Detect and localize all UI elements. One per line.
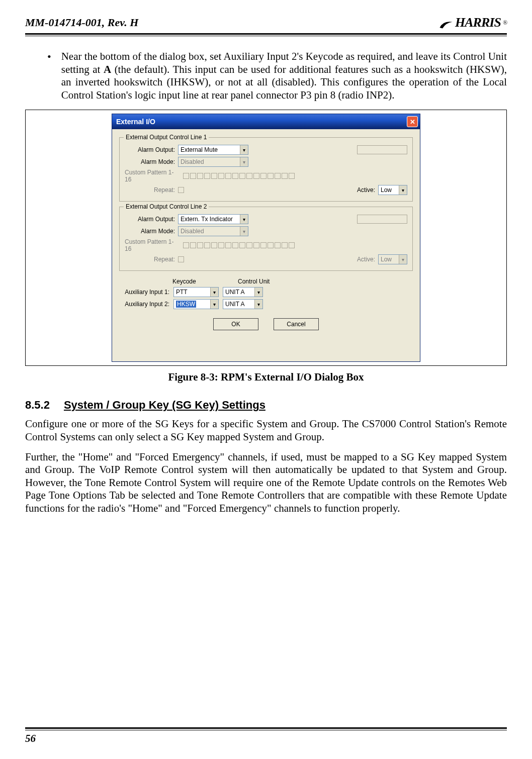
cancel-button[interactable]: Cancel: [274, 318, 319, 330]
header-rule-thick: [25, 33, 507, 35]
chevron-down-icon: [254, 300, 262, 309]
group2-legend: External Output Control Line 2: [124, 203, 209, 210]
group-line1: External Output Control Line 1 Alarm Out…: [119, 137, 413, 202]
g1-pattern-label: Custom Pattern 1-16: [125, 169, 180, 183]
aux-header-keycode: Keycode: [172, 278, 213, 285]
aux1-unit-combo[interactable]: UNIT A: [223, 287, 263, 297]
g1-repeat-check: [178, 187, 184, 193]
bullet-paragraph: • Near the bottom of the dialog box, set…: [47, 50, 507, 102]
dialog-body: External Output Control Line 1 Alarm Out…: [112, 129, 420, 361]
group-line2: External Output Control Line 2 Alarm Out…: [119, 207, 413, 271]
g1-alarm-mode-label: Alarm Mode:: [125, 158, 175, 165]
g2-repeat-check: [178, 256, 184, 262]
chevron-down-icon: [240, 215, 248, 224]
g2-active-label: Active:: [357, 256, 375, 263]
bullet-icon: •: [47, 50, 51, 102]
g1-pattern-checks: [183, 173, 295, 179]
page-number: 56: [25, 732, 507, 745]
g2-active-combo: Low: [378, 254, 407, 264]
g2-pattern-label: Custom Pattern 1-16: [125, 238, 180, 252]
g2-alarm-output-value: Extern. Tx Indicator: [181, 216, 233, 223]
bullet-text-2: (the default). This input can be used fo…: [61, 63, 507, 101]
paragraph-2: Further, the "Home" and "Forced Emergenc…: [25, 451, 507, 515]
g1-active-value: Low: [381, 186, 392, 194]
document-id: MM-014714-001, Rev. H: [25, 16, 138, 29]
chevron-down-icon: [399, 255, 407, 264]
g2-active-value: Low: [381, 256, 392, 263]
section-number: 8.5.2: [25, 399, 50, 412]
g1-extra-input: [357, 145, 407, 154]
figure-caption: Figure 8-3: RPM's External I/O Dialog Bo…: [25, 371, 507, 384]
group1-legend: External Output Control Line 1: [124, 134, 209, 141]
g1-alarm-mode-value: Disabled: [181, 158, 204, 165]
header-rule-thin: [25, 36, 507, 36]
g2-pattern-checks: [183, 242, 295, 248]
chevron-down-icon: [240, 145, 248, 154]
g2-alarm-mode-value: Disabled: [181, 228, 204, 235]
chevron-down-icon: [210, 288, 218, 297]
dialog-titlebar[interactable]: External I/O ✕: [112, 114, 420, 129]
g2-alarm-output-label: Alarm Output:: [125, 216, 175, 223]
g1-alarm-output-label: Alarm Output:: [125, 146, 175, 153]
logo-swoosh-icon: [439, 18, 453, 28]
logo-registered: ®: [503, 19, 507, 27]
g2-alarm-mode-label: Alarm Mode:: [125, 228, 175, 235]
aux2-keycode-value: HKSW: [176, 301, 196, 308]
close-icon: ✕: [410, 118, 415, 126]
aux1-keycode-combo[interactable]: PTT: [173, 287, 219, 297]
footer-rule-thin: [25, 730, 507, 730]
page-header: MM-014714-001, Rev. H HARRIS®: [25, 15, 507, 33]
aux-input-section: Keycode Control Unit Auxiliary Input 1: …: [119, 278, 413, 309]
chevron-down-icon: [240, 157, 248, 166]
section-heading: 8.5.2System / Group Key (SG Key) Setting…: [25, 399, 507, 412]
page-footer: 56: [25, 727, 507, 745]
aux1-label: Auxiliary Input 1:: [119, 289, 169, 296]
chevron-down-icon: [210, 300, 218, 309]
aux2-label: Auxiliary Input 2:: [119, 301, 169, 308]
aux2-unit-value: UNIT A: [225, 301, 244, 308]
g1-alarm-output-combo[interactable]: External Mute: [178, 145, 248, 155]
brand-logo: HARRIS®: [439, 15, 507, 30]
aux-header-control: Control Unit: [238, 278, 270, 285]
g2-alarm-output-combo[interactable]: Extern. Tx Indicator: [178, 214, 248, 224]
g1-repeat-label: Repeat:: [125, 186, 175, 194]
chevron-down-icon: [254, 288, 262, 297]
g2-extra-input: [357, 215, 407, 224]
g2-repeat-label: Repeat:: [125, 256, 175, 263]
aux1-keycode-value: PTT: [176, 289, 188, 296]
footer-rule-thick: [25, 727, 507, 729]
g2-alarm-mode-combo: Disabled: [178, 226, 248, 236]
aux1-unit-value: UNIT A: [225, 289, 244, 296]
dialog-title: External I/O: [116, 118, 155, 126]
close-button[interactable]: ✕: [407, 116, 418, 127]
section-title: System / Group Key (SG Key) Settings: [64, 399, 265, 411]
ok-button[interactable]: OK: [213, 318, 258, 330]
bullet-bold: A: [104, 63, 111, 75]
chevron-down-icon: [240, 227, 248, 236]
g1-alarm-mode-combo: Disabled: [178, 157, 248, 167]
paragraph-1: Configure one or more of the SG Keys for…: [25, 418, 507, 443]
g1-alarm-output-value: External Mute: [181, 146, 218, 153]
aux2-keycode-combo[interactable]: HKSW: [173, 299, 219, 309]
chevron-down-icon: [399, 185, 407, 195]
external-io-dialog: External I/O ✕ External Output Control L…: [112, 114, 420, 362]
logo-text: HARRIS: [455, 15, 501, 30]
aux2-unit-combo[interactable]: UNIT A: [223, 299, 263, 309]
g1-active-label: Active:: [357, 186, 375, 194]
g1-active-combo[interactable]: Low: [378, 185, 407, 195]
figure-frame: External I/O ✕ External Output Control L…: [25, 110, 507, 366]
